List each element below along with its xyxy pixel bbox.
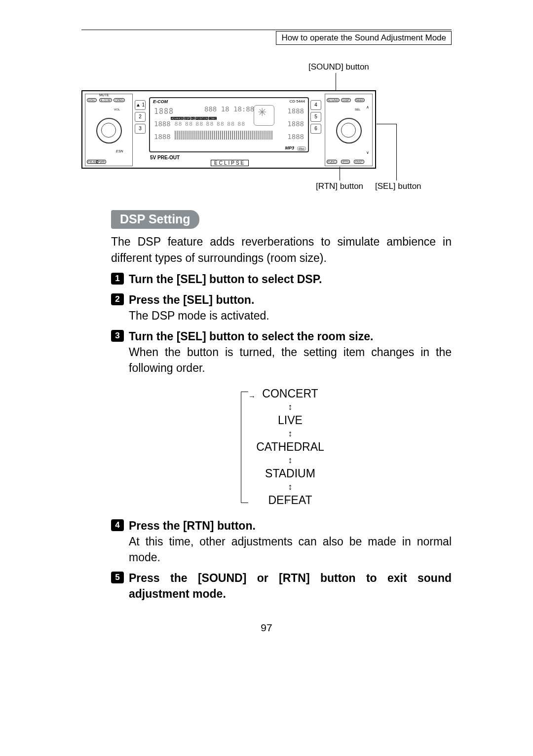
- sequence-diagram: → CONCERT ↕ LIVE ↕ CATHEDRAL ↕ STADIUM ↕…: [233, 386, 347, 508]
- step-plain: When the button is turned, the setting i…: [129, 344, 452, 376]
- step-number: 5: [111, 572, 124, 583]
- seek-button: SEEK: [355, 98, 365, 102]
- seq-item: DEFEAT: [233, 492, 347, 508]
- preset-column-left: ▲ 1 2 3: [135, 100, 146, 136]
- step-bold: Turn the [SEL] button to select the room…: [129, 330, 373, 343]
- step-number: 3: [111, 330, 124, 342]
- disc-logo: disc: [297, 146, 306, 151]
- step-bold: Press the [RTN] button.: [129, 519, 256, 532]
- sel-label: SEL: [355, 108, 360, 111]
- step-1: 1 Turn the [SEL] button to select DSP.: [111, 271, 452, 287]
- preset-6: 6: [310, 124, 321, 134]
- graphic-box: [254, 105, 274, 126]
- step-2: 2 Press the [SEL] button. The DSP mode i…: [111, 292, 452, 324]
- esn-label: ESN: [116, 149, 123, 153]
- section-intro: The DSP feature adds reverberations to s…: [111, 234, 452, 266]
- preset-column-right: 4 5 6: [310, 100, 321, 136]
- func-button: FUNC: [327, 160, 337, 164]
- step-number: 1: [111, 273, 124, 285]
- seq-item: CATHEDRAL: [233, 439, 347, 455]
- fast-button: FAST: [354, 160, 364, 164]
- volume-knob: [96, 118, 122, 144]
- updown-arrow-icon: ↕: [233, 455, 347, 466]
- seg-right-2: 1888: [287, 120, 304, 128]
- sun-icon: [259, 110, 268, 120]
- breadcrumb: How to operate the Sound Adjustment Mode: [276, 31, 452, 45]
- preset-1: ▲ 1: [135, 100, 146, 110]
- callout-sound: [SOUND] button: [308, 62, 369, 72]
- arrow-icon: →: [248, 389, 256, 404]
- mute-label: MUTE: [99, 93, 109, 97]
- disc-button: DISC: [87, 98, 97, 102]
- seg-left-3: 1888: [154, 133, 171, 141]
- sound-button: SOUND: [327, 98, 340, 102]
- seg-left-2: 1888: [154, 120, 171, 128]
- disp-button: DISP: [341, 98, 351, 102]
- preset-4: 4: [310, 100, 321, 110]
- step-number: 4: [111, 519, 124, 531]
- preset-3: 3: [135, 124, 146, 134]
- step-plain: At this time, other adjustments can also…: [129, 534, 452, 565]
- eclipse-logo: ECLIPSE: [211, 160, 249, 166]
- section-title: DSP Setting: [111, 210, 199, 229]
- preout-label: 5V PRE-OUT: [150, 155, 180, 160]
- callout-sel: [SEL] button: [375, 181, 421, 191]
- down-icon: ∨: [366, 150, 369, 155]
- device-diagram: [SOUND] button MUTE DISC E·COM OPEN VOL …: [81, 62, 452, 200]
- open-button: OPEN: [114, 98, 125, 102]
- step-bold: Press the [SOUND] or [RTN] button to exi…: [129, 572, 452, 600]
- callout-line: [377, 124, 396, 124]
- up-icon: ∧: [366, 105, 369, 109]
- clock-seg: 888 18 18:88: [204, 105, 254, 113]
- seq-item: LIVE: [233, 412, 347, 428]
- step-bold: Press the [SEL] button.: [129, 293, 254, 306]
- updown-arrow-icon: ↕: [233, 428, 347, 439]
- step-3: 3 Turn the [SEL] button to select the ro…: [111, 328, 452, 513]
- right-panel: SOUND DISP SEEK SEL ∧ ∨ FUNC RTN FAST: [325, 94, 373, 166]
- preset-2: 2: [135, 112, 146, 122]
- rtn-button: RTN: [341, 160, 350, 164]
- left-panel: MUTE DISC E·COM OPEN VOL ESN FM AM PWR: [85, 94, 133, 166]
- callout-line: [396, 124, 397, 180]
- step-bold: Turn the [SEL] button to select DSP.: [129, 273, 322, 286]
- sel-knob: [336, 118, 362, 144]
- callout-rtn: [RTN] button: [316, 181, 363, 191]
- ecom-button: E·COM: [99, 98, 112, 102]
- seg-right-1: 1888: [287, 107, 304, 115]
- brand-label: E-COM: [153, 99, 168, 104]
- seg-right-3: 1888: [287, 133, 304, 141]
- step-5: 5 Press the [SOUND] or [RTN] button to e…: [111, 570, 452, 602]
- callout-line: [336, 73, 336, 90]
- block-seg: 88 88 88 88 88 88 88: [175, 121, 246, 127]
- lcd-display: E-COM CD 5444 1888 888 18 18:88 ADVANCED…: [149, 97, 309, 152]
- mp3-label: MP3: [285, 145, 294, 150]
- step-plain: The DSP mode is activated.: [129, 309, 269, 322]
- arrow-icon: ↑: [286, 493, 289, 509]
- step-4: 4 Press the [RTN] button. At this time, …: [111, 518, 452, 565]
- preset-5: 5: [310, 112, 321, 122]
- model-label: CD 5444: [289, 99, 305, 104]
- callout-line: [340, 167, 340, 180]
- step-number: 2: [111, 293, 124, 305]
- updown-arrow-icon: ↕: [233, 481, 347, 492]
- seg-left-1: 1888: [154, 107, 174, 116]
- indicator-tags: ADVANCEDSPEQPOSITIONCSEC: [171, 117, 217, 120]
- page-number: 97: [81, 622, 452, 634]
- pwr-button: PWR: [96, 160, 106, 164]
- vol-label: VOL: [114, 108, 120, 111]
- sequence-loop-frame: [241, 392, 248, 503]
- seq-item: STADIUM: [233, 466, 347, 481]
- head-unit: MUTE DISC E·COM OPEN VOL ESN FM AM PWR ▲…: [81, 90, 376, 169]
- spectrum-bars: [175, 131, 273, 140]
